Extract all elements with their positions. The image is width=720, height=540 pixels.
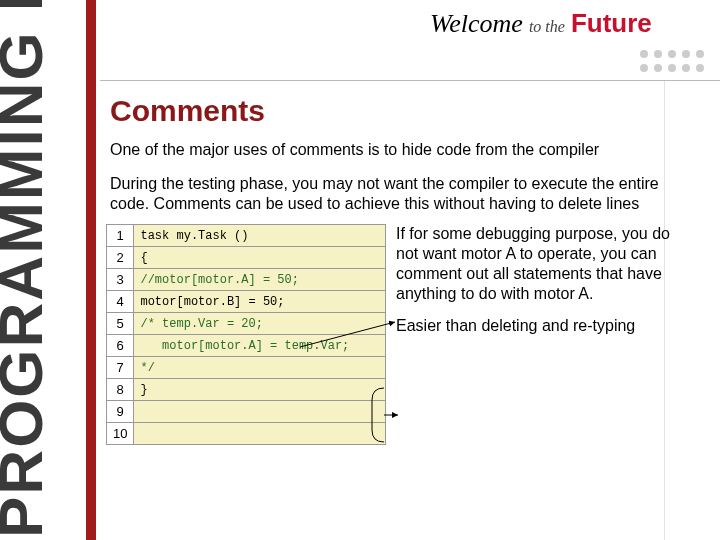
code-row: 9	[107, 401, 386, 423]
code-cell: {	[134, 247, 386, 269]
code-cell: //motor[motor.A] = 50;	[134, 269, 386, 291]
slide-title: Comments	[104, 90, 704, 136]
paragraph-2: During the testing phase, you may not wa…	[104, 170, 704, 224]
accent-bar	[86, 0, 96, 540]
code-row: 8}	[107, 379, 386, 401]
welcome-future: Future	[571, 8, 652, 39]
welcome-branding: Welcome to the Future	[430, 8, 710, 39]
code-table: 1task my.Task ()2{3//motor[motor.A] = 50…	[106, 224, 386, 445]
annotation-block: If for some debugging purpose, you do no…	[396, 224, 696, 348]
code-cell: motor[motor.A] = temp.Var;	[134, 335, 386, 357]
code-row: 4motor[motor.B] = 50;	[107, 291, 386, 313]
annotation-1: If for some debugging purpose, you do no…	[396, 224, 696, 304]
code-row: 7*/	[107, 357, 386, 379]
line-number: 4	[107, 291, 134, 313]
code-cell	[134, 423, 386, 445]
code-cell: */	[134, 357, 386, 379]
line-number: 6	[107, 335, 134, 357]
code-cell: }	[134, 379, 386, 401]
side-title: PROGRAMMING RULES	[0, 0, 82, 540]
line-number: 3	[107, 269, 134, 291]
code-cell: motor[motor.B] = 50;	[134, 291, 386, 313]
code-cell: task my.Task ()	[134, 225, 386, 247]
code-cell: /* temp.Var = 20;	[134, 313, 386, 335]
line-number: 2	[107, 247, 134, 269]
header-divider	[100, 80, 720, 81]
line-number: 9	[107, 401, 134, 423]
line-number: 10	[107, 423, 134, 445]
code-cell	[134, 401, 386, 423]
welcome-word: Welcome	[430, 9, 523, 39]
code-row: 6 motor[motor.A] = temp.Var;	[107, 335, 386, 357]
code-row: 10	[107, 423, 386, 445]
annotation-2: Easier than deleting and re-typing	[396, 316, 696, 336]
dot-grid-icon	[640, 50, 706, 74]
code-row: 3//motor[motor.A] = 50;	[107, 269, 386, 291]
code-row: 5/* temp.Var = 20;	[107, 313, 386, 335]
paragraph-1: One of the major uses of comments is to …	[104, 136, 704, 170]
welcome-to: to the	[529, 18, 565, 36]
slide-content: Comments One of the major uses of commen…	[104, 90, 704, 445]
line-number: 8	[107, 379, 134, 401]
code-row: 1task my.Task ()	[107, 225, 386, 247]
line-number: 5	[107, 313, 134, 335]
line-number: 7	[107, 357, 134, 379]
line-number: 1	[107, 225, 134, 247]
code-row: 2{	[107, 247, 386, 269]
